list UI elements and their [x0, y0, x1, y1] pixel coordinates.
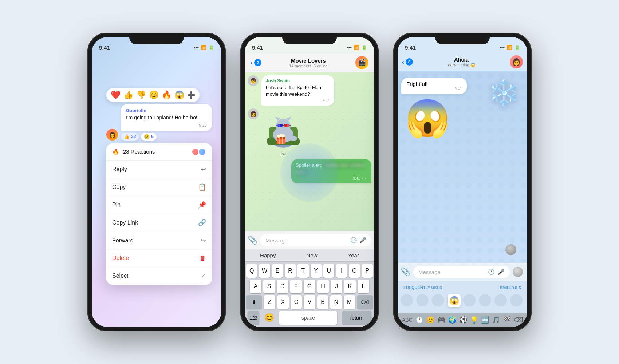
key-return[interactable]: return — [342, 311, 371, 325]
smileys-label: SMILEYS & — [500, 285, 521, 290]
key-p[interactable]: P — [362, 264, 373, 278]
ekb-delete-key[interactable]: ⌫ — [514, 316, 523, 324]
ekb-sports[interactable]: ⚽ — [459, 316, 467, 324]
emoji-cell-7[interactable] — [494, 294, 507, 306]
back-button-2[interactable]: ‹ 2 — [251, 59, 261, 67]
ekb-music[interactable]: 🎵 — [492, 316, 500, 324]
context-menu-select[interactable]: Select ✓ — [106, 267, 212, 285]
ekb-abc[interactable]: ABC — [402, 317, 413, 323]
context-menu-reply[interactable]: Reply ↩ — [106, 161, 212, 178]
key-i[interactable]: I — [336, 264, 347, 278]
reactions-row[interactable]: 🔥 28 Reactions — [106, 143, 212, 161]
mic-icon-2: 🎤 — [359, 237, 366, 244]
key-space[interactable]: space — [279, 311, 337, 325]
attach-button-2[interactable]: 📎 — [248, 236, 257, 245]
key-m[interactable]: M — [344, 295, 355, 309]
back-button-3[interactable]: ‹ 8 — [402, 58, 413, 66]
reaction-badge-thumbs[interactable]: 👍22 — [121, 133, 139, 141]
key-emoji[interactable]: 😊 — [264, 313, 274, 323]
signal-icon-1: ▪▪▪ — [194, 45, 199, 50]
key-o[interactable]: O — [349, 264, 360, 278]
key-l[interactable]: L — [358, 280, 369, 293]
emoji-cell-6[interactable] — [479, 294, 491, 306]
ekb-light[interactable]: 💡 — [470, 316, 478, 324]
key-u[interactable]: U — [323, 264, 334, 278]
frightful-bubble: Frightful! 9:41 — [401, 78, 467, 94]
unread-badge-2: 2 — [254, 59, 261, 66]
status-icons-2: ▪▪▪ 📶 🔋 — [347, 45, 367, 50]
ekb-text[interactable]: 🔤 — [481, 316, 489, 324]
ekb-clock[interactable]: 🕐 — [415, 316, 423, 324]
context-menu-delete[interactable]: Delete 🗑 — [106, 250, 212, 267]
key-k[interactable]: K — [344, 280, 356, 293]
key-n[interactable]: N — [330, 295, 342, 309]
message-input-2[interactable]: Message 🕐 🎤 — [260, 234, 371, 246]
key-123[interactable]: 123 — [248, 311, 259, 325]
context-menu-pin[interactable]: Pin 📌 — [106, 196, 212, 214]
contact-status-3: 👀 watching 😱 — [416, 63, 507, 67]
wifi-icon-2: 📶 — [354, 45, 359, 50]
keyboard-2: Happy New Year Q W E R T Y U I O — [245, 249, 374, 327]
key-delete[interactable]: ⌫ — [357, 295, 373, 309]
key-r[interactable]: R — [285, 264, 296, 278]
key-h[interactable]: H — [317, 280, 329, 293]
reaction-badge-sad[interactable]: 😢6 — [141, 133, 157, 141]
emoji-cell-selected[interactable]: 😱 — [448, 294, 461, 307]
pred-word-1[interactable]: Happy — [260, 252, 276, 258]
svg-rect-9 — [277, 124, 283, 127]
reaction-thumbsup[interactable]: 👍 — [123, 90, 133, 100]
attach-button-3[interactable]: 📎 — [401, 267, 410, 277]
reaction-more[interactable]: ➕ — [187, 91, 195, 99]
reaction-heart[interactable]: ❤️ — [111, 90, 121, 100]
key-d[interactable]: D — [277, 280, 288, 293]
context-menu-copy-link[interactable]: Copy Link 🔗 — [106, 214, 212, 232]
contact-avatar-3[interactable]: 👩 — [510, 55, 523, 68]
time-3: 9:41 — [405, 44, 416, 51]
select-label: Select — [112, 273, 128, 279]
key-s[interactable]: S — [263, 280, 275, 293]
pred-word-2[interactable]: New — [307, 252, 318, 258]
key-a[interactable]: A — [250, 280, 261, 293]
wifi-icon-1: 📶 — [201, 45, 206, 50]
key-y[interactable]: Y — [311, 264, 322, 278]
key-w[interactable]: W — [259, 264, 270, 278]
ekb-smiley[interactable]: 😊 — [426, 316, 434, 324]
ball-input-decoration — [513, 267, 523, 277]
phone-notch-3 — [435, 33, 490, 44]
ekb-flag[interactable]: 🏁 — [503, 316, 511, 324]
emoji-cell-3[interactable] — [432, 294, 444, 306]
context-menu-forward[interactable]: Forward ↪ — [106, 232, 212, 250]
message-input-3[interactable]: Message 🕐 🎤 — [413, 266, 510, 278]
emoji-cell-8[interactable] — [510, 294, 523, 306]
key-c[interactable]: C — [291, 295, 302, 309]
key-x[interactable]: X — [277, 295, 289, 309]
phone-1: 9:41 ▪▪▪ 📶 🔋 ❤️ 👍 👎 😊 🔥 😱 ➕ — [87, 33, 226, 331]
reaction-fire[interactable]: 🔥 — [162, 90, 171, 100]
svg-rect-10 — [284, 124, 289, 127]
key-v[interactable]: V — [304, 295, 315, 309]
ekb-game[interactable]: 🎮 — [437, 316, 445, 324]
ekb-globe[interactable]: 🌍 — [448, 316, 456, 324]
key-g[interactable]: G — [304, 280, 315, 293]
pred-word-3[interactable]: Year — [348, 252, 359, 258]
reaction-thumbsdown[interactable]: 👎 — [136, 90, 146, 100]
emoji-cell-2[interactable] — [416, 294, 429, 306]
chat-avatar-2[interactable]: 🎬 — [355, 56, 368, 69]
message-row-1: 👦 Josh Swain Let's go to the Spider-Man … — [248, 75, 371, 106]
emoji-cell-5[interactable] — [463, 294, 476, 306]
key-f[interactable]: F — [290, 280, 302, 293]
key-j[interactable]: J — [331, 280, 342, 293]
reaction-surprised[interactable]: 😱 — [174, 90, 184, 100]
sender-avatar: 👩 — [106, 129, 118, 141]
context-menu-copy[interactable]: Copy 📋 — [106, 178, 212, 196]
emoji-cell-1[interactable] — [401, 294, 413, 306]
contact-name-3: Alicia — [416, 56, 507, 63]
key-e[interactable]: E — [272, 264, 283, 278]
key-q[interactable]: Q — [246, 264, 257, 278]
key-t[interactable]: T — [297, 264, 308, 278]
reaction-smile[interactable]: 😊 — [149, 90, 159, 100]
key-shift[interactable]: ⬆ — [246, 295, 262, 309]
key-b[interactable]: B — [317, 295, 329, 309]
emoji-reaction-bar[interactable]: ❤️ 👍 👎 😊 🔥 😱 ➕ — [106, 88, 200, 102]
key-z[interactable]: Z — [264, 295, 275, 309]
